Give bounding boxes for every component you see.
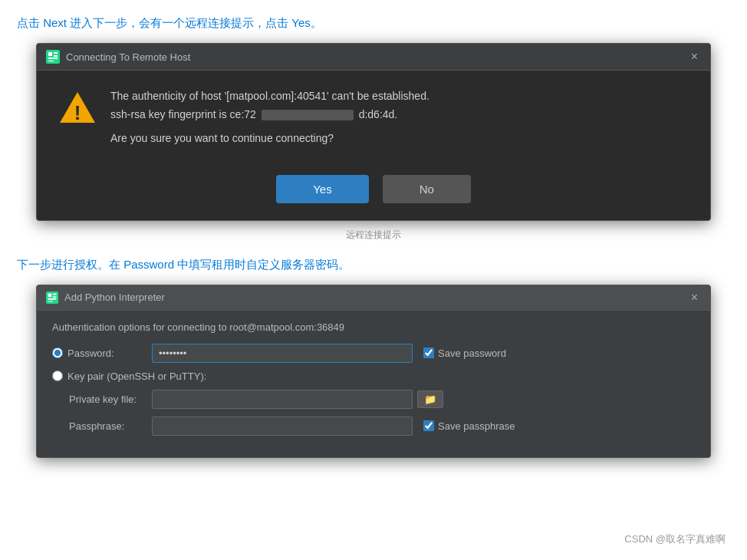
dialog-content-row: ! The authenticity of host '[matpool.com… <box>58 87 689 144</box>
warning-icon: ! <box>58 89 97 127</box>
dialog-body-2: Authentication options for connecting to… <box>37 311 710 457</box>
dialog-question: Are you sure you want to continue connec… <box>110 132 429 144</box>
instruction-text-2: 下一步进行授权。在 Password 中填写租用时自定义服务器密码。 <box>17 255 730 274</box>
keypair-radio[interactable] <box>52 371 63 381</box>
svg-text:!: ! <box>74 101 81 124</box>
svg-rect-4 <box>48 58 58 59</box>
svg-rect-8 <box>46 292 58 304</box>
dialog-titlebar-2: Add Python Interpreter × <box>37 285 710 311</box>
dialog-message-block: The authenticity of host '[matpool.com]:… <box>110 87 429 144</box>
keypair-radio-label[interactable]: Key pair (OpenSSH or PuTTY): <box>52 371 206 382</box>
dialog-titlebar-1: Connecting To Remote Host × <box>37 44 710 71</box>
svg-rect-2 <box>54 52 58 54</box>
password-input[interactable] <box>152 344 413 363</box>
dialog-message-line2: ssh-rsa key fingerprint is ce:72 d:d6:4d… <box>110 106 429 124</box>
dialog-title-1: Connecting To Remote Host <box>66 51 688 63</box>
password-radio[interactable] <box>52 348 63 358</box>
svg-rect-5 <box>48 61 54 61</box>
dialog-title-2: Add Python Interpreter <box>64 292 688 303</box>
yes-button[interactable]: Yes <box>276 175 368 203</box>
dialog-close-2[interactable]: × <box>688 291 701 305</box>
caption-1: 远程连接提示 <box>17 229 730 242</box>
passphrase-row: Passphrase: Save passphrase <box>52 417 695 436</box>
svg-rect-0 <box>46 50 60 64</box>
keypair-row: Key pair (OpenSSH or PuTTY): <box>52 371 695 382</box>
svg-rect-1 <box>48 52 52 56</box>
passphrase-input[interactable] <box>152 417 413 436</box>
browse-button[interactable]: 📁 <box>417 390 443 408</box>
dialog-connecting: Connecting To Remote Host × ! The authen… <box>36 43 711 221</box>
save-password-checkbox[interactable] <box>423 348 434 358</box>
passphrase-label: Passphrase: <box>52 420 152 432</box>
pycharm-icon <box>46 50 60 64</box>
password-radio-label[interactable]: Password: <box>52 348 152 359</box>
save-passphrase-label[interactable]: Save passphrase <box>423 420 515 432</box>
private-key-row: Private key file: 📁 <box>52 390 695 409</box>
blurred-fingerprint <box>262 110 354 120</box>
save-passphrase-checkbox[interactable] <box>423 420 434 431</box>
auth-subtitle: Authentication options for connecting to… <box>52 321 695 333</box>
private-key-input[interactable] <box>152 390 413 409</box>
password-row: Password: Save password <box>52 344 695 363</box>
dialog-message-line1: The authenticity of host '[matpool.com]:… <box>110 87 429 106</box>
dialog-buttons-1: Yes No <box>58 175 689 203</box>
page-container: 点击 Next 进入下一步，会有一个远程连接提示，点击 Yes。 Connect… <box>0 0 747 472</box>
svg-rect-9 <box>48 293 51 296</box>
watermark: CSDN @取名字真难啊 <box>624 532 726 546</box>
private-key-label: Private key file: <box>52 394 152 405</box>
pycharm-icon-2 <box>46 292 58 304</box>
no-button[interactable]: No <box>383 175 471 203</box>
svg-rect-12 <box>48 298 57 299</box>
dialog-body-1: ! The authenticity of host '[matpool.com… <box>37 71 710 220</box>
svg-rect-10 <box>53 293 56 295</box>
svg-rect-13 <box>48 301 53 301</box>
svg-rect-3 <box>54 55 58 57</box>
dialog-close-1[interactable]: × <box>688 51 701 63</box>
instruction-text-1: 点击 Next 进入下一步，会有一个远程连接提示，点击 Yes。 <box>17 14 730 32</box>
save-password-label[interactable]: Save password <box>423 348 506 359</box>
svg-rect-11 <box>53 296 56 298</box>
dialog-add-interpreter: Add Python Interpreter × Authentication … <box>36 285 711 458</box>
